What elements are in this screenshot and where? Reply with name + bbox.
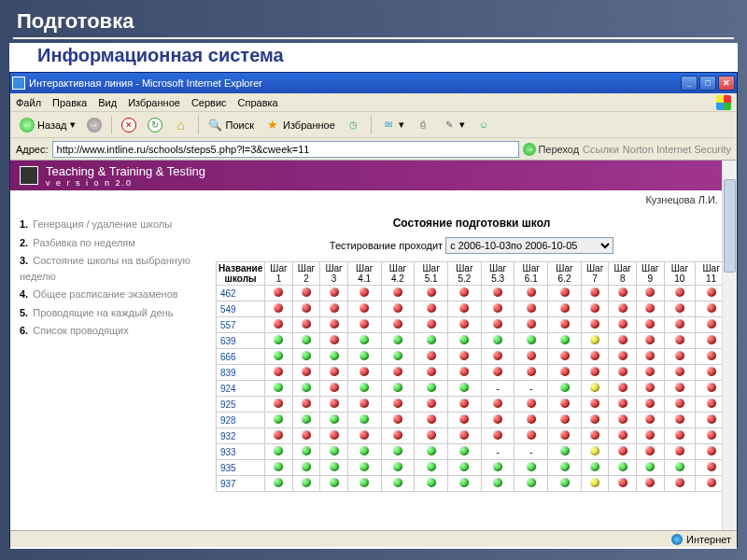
address-input[interactable] [52,141,520,158]
status-cell [609,333,637,349]
close-button[interactable]: ✕ [718,76,735,91]
status-cell [381,476,415,492]
status-cell [636,413,664,428]
sidebar-item[interactable]: 3. Состояние школы на выбранную неделю [20,253,206,284]
status-cell [481,365,514,381]
menu-tools[interactable]: Сервис [191,97,227,108]
status-cell [548,349,582,365]
status-dot-icon [274,287,283,297]
status-cell [347,413,381,428]
status-dot-icon [590,335,599,344]
back-button[interactable]: Назад ▾ [16,116,79,134]
status-cell [548,333,582,349]
school-id[interactable]: 925 [217,397,265,413]
status-dot-icon [427,414,436,424]
sidebar-item[interactable]: 5. Проводящие на каждый день [20,305,206,321]
edit-button[interactable]: ▾ [438,116,469,134]
school-id[interactable]: 839 [217,365,265,381]
school-id[interactable]: 557 [217,317,265,333]
history-icon [346,118,361,133]
app-title: Teaching & Training & Testing [46,164,205,178]
status-dot-icon [330,462,339,471]
scrollbar[interactable] [722,161,737,549]
forward-icon [87,118,102,133]
status-dot-icon [645,319,655,329]
maximize-button[interactable]: □ [699,76,716,91]
status-cell [664,286,696,301]
browser-window: Интерактивная линия - Microsoft Internet… [9,72,738,548]
separator [198,116,199,134]
refresh-button[interactable] [144,116,166,134]
window-title: Интерактивная линия - Microsoft Internet… [29,77,681,89]
school-id[interactable]: 933 [217,444,265,460]
minimize-button[interactable]: _ [681,76,698,91]
menu-view[interactable]: Вид [98,97,117,108]
page-content: Teaching & Training & Testing v e r s i … [10,161,737,549]
sidebar-item[interactable]: 1. Генерация / удаление школы [20,217,206,232]
status-cell [514,301,548,317]
menu-favorites[interactable]: Избранное [128,97,180,108]
search-button[interactable]: Поиск [204,116,258,134]
status-dot-icon [393,462,402,471]
status-dot-icon [527,303,536,313]
status-dot-icon [645,383,655,392]
status-cell [347,428,381,444]
menu-edit[interactable]: Правка [52,97,87,108]
sidebar-item[interactable]: 4. Общее расписание экзаменов [20,287,206,302]
school-id[interactable]: 932 [217,428,265,444]
scrollbar-thumb[interactable] [724,179,736,273]
print-button[interactable] [412,116,434,134]
status-cell [581,317,609,333]
status-cell [415,381,448,397]
history-button[interactable] [343,116,365,134]
print-icon [416,118,430,133]
stop-icon [121,118,136,133]
sidebar-item[interactable]: 6. Список проводящих [20,323,206,339]
status-dot-icon [618,446,627,455]
school-id[interactable]: 924 [217,381,265,397]
col-step: Шаг 7 [581,262,609,286]
table-row: 933-- [217,444,727,460]
school-id[interactable]: 639 [217,333,265,349]
school-id[interactable]: 937 [217,476,265,492]
school-id[interactable]: 666 [217,349,265,365]
menu-help[interactable]: Справка [238,97,278,108]
status-dot-icon [560,478,570,487]
status-cell [548,397,582,413]
status-dot-icon [590,446,599,455]
status-dot-icon [618,287,627,297]
status-dot-icon [330,414,339,424]
sidebar-item[interactable]: 2. Разбивка по неделям [20,235,206,251]
status-dot-icon [274,430,283,440]
menu-file[interactable]: Файл [16,97,41,108]
school-id[interactable]: 462 [217,286,265,301]
status-dot-icon [393,430,402,440]
messenger-button[interactable] [472,116,495,134]
school-id[interactable]: 935 [217,460,265,476]
favorites-button[interactable]: Избранное [261,116,339,134]
status-cell [292,349,320,365]
status-dot-icon [427,351,436,360]
status-cell [320,301,348,317]
go-button[interactable]: →Переход [523,143,579,156]
school-id[interactable]: 928 [217,413,265,428]
status-cell [320,397,348,413]
period-select[interactable]: с 2006-10-03по 2006-10-05 [445,237,613,254]
ie-icon [12,77,25,90]
mail-button[interactable]: ▾ [377,116,408,134]
school-id[interactable]: 549 [217,301,265,317]
links-label[interactable]: Ссылки [583,144,619,155]
status-dot-icon [274,319,283,329]
home-button[interactable] [170,116,192,134]
status-cell [320,460,348,476]
stop-button[interactable] [118,116,140,134]
status-dot-icon [493,478,502,487]
norton-label[interactable]: Norton Internet Security [623,144,731,155]
status-cell [581,333,609,349]
separator [111,116,112,134]
status-cell [609,286,637,301]
forward-button[interactable] [83,116,106,134]
status-cell [265,444,293,460]
status-dot-icon [302,399,311,408]
status-dot-icon [274,414,283,424]
